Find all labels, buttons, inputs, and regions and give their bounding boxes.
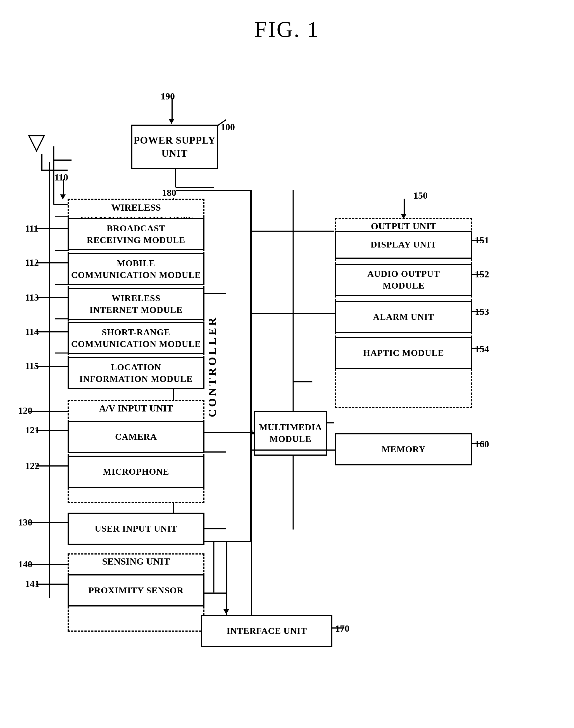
power-supply-box: POWER SUPPLY UNIT (131, 125, 218, 169)
proximity-box: PROXIMITY SENSOR (68, 574, 204, 606)
ref-100: 100 (221, 122, 235, 132)
wireless-internet-box: WIRELESSINTERNET MODULE (68, 288, 204, 320)
sensing-label: SENSING UNIT (73, 556, 199, 567)
antenna-line (41, 154, 42, 171)
short-range-box: SHORT-RANGECOMMUNICATION MODULE (68, 322, 204, 354)
ref-190: 190 (161, 91, 175, 102)
ref-160: 160 (475, 439, 489, 449)
ref-154: 154 (475, 344, 489, 355)
antenna-icon: ▽ (28, 129, 45, 155)
user-input-box: USER INPUT UNIT (68, 513, 204, 545)
av-input-label: A/V INPUT UNIT (73, 403, 199, 414)
multimedia-box: MULTIMEDIAMODULE (254, 411, 327, 456)
haptic-box: HAPTIC MODULE (335, 337, 472, 369)
ref-150: 150 (413, 190, 427, 201)
output-label: OUTPUT UNIT (341, 221, 466, 232)
antenna-h-line (41, 170, 68, 171)
mobile-comm-box: MOBILECOMMUNICATION MODULE (68, 253, 204, 285)
microphone-box: MICROPHONE (68, 456, 204, 488)
interface-box: INTERFACE UNIT (201, 615, 332, 647)
location-box: LOCATIONINFORMATION MODULE (68, 357, 204, 389)
ref-180: 180 (162, 188, 176, 198)
memory-box: MEMORY (335, 433, 472, 466)
ref-170: 170 (335, 623, 350, 634)
audio-output-box: AUDIO OUTPUTMODULE (335, 264, 472, 296)
alarm-box: ALARM UNIT (335, 301, 472, 333)
page-title: FIG. 1 (0, 0, 574, 42)
ref-120: 120 (18, 405, 32, 416)
display-box: DISPLAY UNIT (335, 231, 472, 259)
camera-box: CAMERA (68, 421, 204, 453)
ref-110: 110 (54, 172, 68, 183)
broadcast-box: BROADCASTRECEIVING MODULE (68, 218, 204, 250)
